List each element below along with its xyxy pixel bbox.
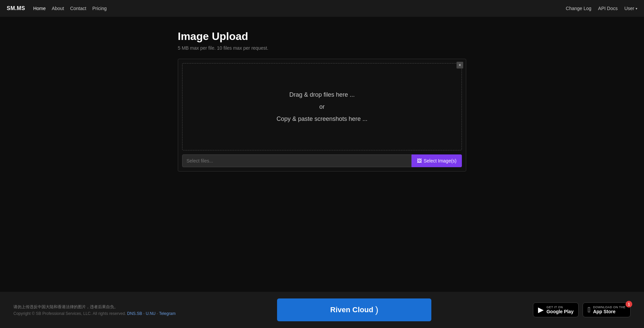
notification-badge: 1 bbox=[626, 301, 632, 308]
brand[interactable]: SM.MS bbox=[7, 5, 25, 11]
file-input-row: 🖼 Select Image(s) bbox=[182, 154, 462, 167]
navbar-right: Change Log API Docs User ▾ bbox=[566, 6, 637, 11]
drop-zone-line3: Copy & paste screenshots here ... bbox=[276, 113, 367, 125]
footer-right: ▶ GET IT ON Google Play  Download on th… bbox=[533, 302, 631, 317]
footer-center: Riven Cloud ) bbox=[176, 298, 533, 321]
google-play-icon: ▶ bbox=[538, 306, 544, 314]
nav-home[interactable]: Home bbox=[33, 6, 46, 11]
riven-cloud-label: Riven Cloud bbox=[330, 306, 373, 314]
drop-zone[interactable]: Drag & drop files here ... or Copy & pas… bbox=[182, 63, 462, 150]
navbar-nav: Home About Contact Pricing bbox=[33, 6, 107, 11]
riven-cloud-button[interactable]: Riven Cloud ) bbox=[277, 298, 431, 321]
upload-close-button[interactable]: × bbox=[457, 62, 463, 68]
unu-link[interactable]: U.NU bbox=[146, 311, 155, 316]
page-subtitle: 5 MB max per file. 10 files max per requ… bbox=[178, 45, 466, 51]
app-store-badge[interactable]:  Download on the App Store 1 bbox=[583, 302, 631, 317]
footer-copyright: Copyright © SB Professional Services, LL… bbox=[13, 311, 176, 316]
google-play-text: GET IT ON Google Play bbox=[546, 306, 574, 314]
copyright-text: Copyright © SB Professional Services, LL… bbox=[13, 311, 126, 316]
nav-contact[interactable]: Contact bbox=[70, 6, 86, 11]
user-dropdown[interactable]: User ▾ bbox=[624, 6, 637, 11]
select-images-button[interactable]: 🖼 Select Image(s) bbox=[412, 154, 462, 167]
nav-changelog[interactable]: Change Log bbox=[566, 6, 591, 11]
drop-zone-line2: or bbox=[276, 101, 367, 113]
dns-link[interactable]: DNS.SB bbox=[127, 311, 142, 316]
telegram-link[interactable]: Telegram bbox=[159, 311, 175, 316]
nav-about[interactable]: About bbox=[52, 6, 64, 11]
user-label: User bbox=[624, 6, 634, 11]
drop-zone-line1: Drag & drop files here ... bbox=[276, 89, 367, 101]
nav-pricing[interactable]: Pricing bbox=[92, 6, 107, 11]
app-store-top: Download on the bbox=[593, 306, 626, 309]
footer-warning: 请勿上传违反中国大陆和香港法律的图片，违者后果自负。 bbox=[13, 304, 176, 310]
apple-icon:  bbox=[588, 306, 590, 314]
app-store-text: Download on the App Store bbox=[593, 306, 626, 314]
google-play-top: GET IT ON bbox=[546, 306, 574, 309]
nav-apidocs[interactable]: API Docs bbox=[598, 6, 618, 11]
drop-zone-text: Drag & drop files here ... or Copy & pas… bbox=[276, 89, 367, 125]
navbar-left: SM.MS Home About Contact Pricing bbox=[7, 5, 107, 11]
upload-container: × Drag & drop files here ... or Copy & p… bbox=[178, 59, 466, 172]
app-store-name: App Store bbox=[593, 309, 626, 314]
file-input-field[interactable] bbox=[182, 154, 412, 167]
footer: 请勿上传违反中国大陆和香港法律的图片，违者后果自负。 Copyright © S… bbox=[0, 292, 644, 328]
select-images-label: Select Image(s) bbox=[424, 158, 457, 163]
google-play-name: Google Play bbox=[546, 309, 574, 314]
dropdown-caret-icon: ▾ bbox=[636, 7, 637, 10]
google-play-badge[interactable]: ▶ GET IT ON Google Play bbox=[533, 302, 579, 317]
footer-left: 请勿上传违反中国大陆和香港法律的图片，违者后果自负。 Copyright © S… bbox=[13, 304, 176, 316]
main-content: Image Upload 5 MB max per file. 10 files… bbox=[171, 17, 473, 292]
riven-paren: ) bbox=[375, 304, 378, 315]
page-title: Image Upload bbox=[178, 30, 466, 43]
image-icon: 🖼 bbox=[417, 158, 422, 163]
navbar: SM.MS Home About Contact Pricing Change … bbox=[0, 0, 644, 17]
